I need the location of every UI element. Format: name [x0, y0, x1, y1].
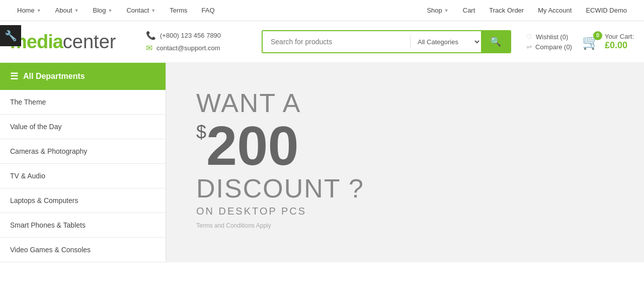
wishlist-label: Wishlist (0) — [536, 33, 568, 41]
header-right: ♡ Wishlist (0) ⇌ Compare (0) 🛒 0 Your Ca… — [526, 33, 634, 51]
search-icon: 🔍 — [490, 36, 501, 47]
main-content: ☰ All Departments The Theme Value of the… — [0, 63, 644, 262]
cart-icon-wrap: 🛒 0 — [582, 34, 600, 50]
sidebar-header: ☰ All Departments — [0, 63, 166, 90]
top-nav-right: Shop ▼ Cart Track Order My Account ECWID… — [420, 0, 634, 21]
phone-item: 📞 (+800) 123 456 7890 — [146, 31, 247, 40]
nav-my-account[interactable]: My Account — [531, 0, 579, 21]
chevron-icon: ▼ — [74, 0, 79, 21]
sidebar-item-label: The Theme — [10, 98, 46, 106]
compare-label: Compare (0) — [535, 43, 572, 51]
top-nav: Home ▼ About ▼ Blog ▼ Contact ▼ Terms FA… — [0, 0, 644, 21]
sidebar-item-cameras[interactable]: Cameras & Photography — [0, 139, 166, 164]
sidebar-item-the-theme[interactable]: The Theme — [0, 90, 166, 115]
nav-blog[interactable]: Blog ▼ — [86, 0, 120, 21]
hero-banner: WANT A $ 200 DISCOUNT ? ON DESKTOP PCS T… — [166, 63, 644, 262]
compare-item[interactable]: ⇌ Compare (0) — [526, 43, 572, 51]
nav-terms[interactable]: Terms — [163, 0, 194, 21]
heart-icon: ♡ — [526, 33, 533, 41]
wrench-icon: 🔧 — [5, 30, 17, 42]
contact-info: 📞 (+800) 123 456 7890 ✉ contact@support.… — [146, 31, 247, 53]
logo-area: media center — [10, 31, 131, 53]
nav-about[interactable]: About ▼ — [48, 0, 86, 21]
nav-cart[interactable]: Cart — [456, 0, 482, 21]
sidebar-item-video-games[interactable]: Video Games & Consoles — [0, 238, 166, 262]
site-logo[interactable]: media center — [10, 31, 131, 53]
sidebar-header-label: All Departments — [23, 72, 85, 81]
chevron-icon: ▼ — [151, 0, 155, 21]
sidebar-item-label: Video Games & Consoles — [10, 246, 91, 254]
nav-home[interactable]: Home ▼ — [10, 0, 48, 21]
sidebar-item-label: Smart Phones & Tablets — [10, 221, 86, 229]
hero-line1: WANT A — [196, 88, 614, 118]
wishlist-item[interactable]: ♡ Wishlist (0) — [526, 33, 572, 41]
compare-icon: ⇌ — [526, 43, 532, 51]
nav-ecwid-demo[interactable]: ECWID Demo — [579, 0, 634, 21]
top-nav-left: Home ▼ About ▼ Blog ▼ Contact ▼ Terms FA… — [10, 0, 222, 21]
sidebar-item-label: Value of the Day — [10, 123, 61, 131]
sidebar-item-label: Cameras & Photography — [10, 147, 87, 155]
sidebar-item-tv-audio[interactable]: TV & Audio — [0, 164, 166, 188]
toolbar-button[interactable]: 🔧 — [0, 25, 21, 46]
sidebar-item-laptops[interactable]: Laptops & Computers — [0, 188, 166, 213]
wishlist-compare: ♡ Wishlist (0) ⇌ Compare (0) — [526, 33, 572, 51]
hero-price: $ 200 — [196, 118, 614, 173]
email-icon: ✉ — [146, 43, 152, 53]
cart-label: Your Cart: — [605, 33, 634, 40]
nav-track-order[interactable]: Track Order — [482, 0, 531, 21]
email-address: contact@support.com — [156, 44, 220, 52]
sidebar-item-value-of-the-day[interactable]: Value of the Day — [0, 115, 166, 139]
cart-text-area: Your Cart: £0.00 — [605, 33, 634, 51]
search-bar: All Categories 🔍 — [262, 30, 511, 53]
sidebar-item-label: TV & Audio — [10, 172, 45, 180]
hero-amount: 200 — [206, 118, 299, 173]
hero-terms: Terms and Conditions Apply — [196, 222, 614, 229]
hero-dollar: $ — [196, 123, 206, 141]
nav-contact[interactable]: Contact ▼ — [119, 0, 163, 21]
chevron-icon: ▼ — [37, 0, 41, 21]
phone-number: (+800) 123 456 7890 — [160, 32, 221, 39]
category-select[interactable]: All Categories — [411, 31, 481, 52]
sidebar-item-label: Laptops & Computers — [10, 196, 78, 205]
cart-area[interactable]: 🛒 0 Your Cart: £0.00 — [582, 33, 634, 51]
nav-shop[interactable]: Shop ▼ — [420, 0, 455, 21]
phone-icon: 📞 — [146, 31, 156, 40]
site-header: media center 📞 (+800) 123 456 7890 ✉ con… — [0, 21, 644, 63]
sidebar: ☰ All Departments The Theme Value of the… — [0, 63, 166, 262]
cart-badge: 0 — [593, 31, 602, 40]
logo-center-text: center — [63, 31, 116, 53]
search-button[interactable]: 🔍 — [481, 31, 510, 52]
nav-faq[interactable]: FAQ — [195, 0, 222, 21]
chevron-icon: ▼ — [444, 0, 449, 21]
cart-price: £0.00 — [605, 40, 634, 51]
hero-on: ON DESKTOP PCS — [196, 206, 614, 217]
search-input[interactable] — [263, 31, 410, 52]
sidebar-item-smartphones[interactable]: Smart Phones & Tablets — [0, 213, 166, 238]
chevron-icon: ▼ — [108, 0, 113, 21]
hero-discount: DISCOUNT ? — [196, 173, 614, 204]
email-item: ✉ contact@support.com — [146, 43, 247, 53]
menu-icon: ☰ — [10, 71, 18, 82]
